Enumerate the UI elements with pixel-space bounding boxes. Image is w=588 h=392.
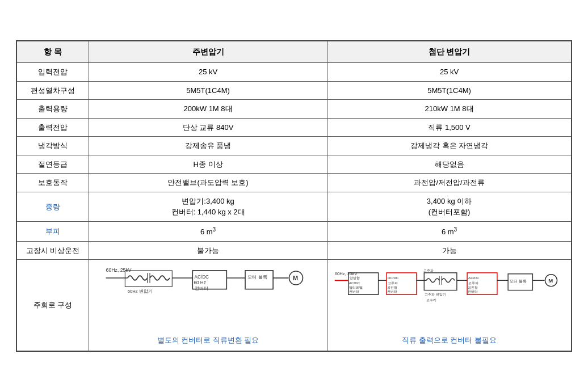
new-circuit-diagram: 60Hz, 25kV 양방향 AC/DC 멀티레벨 컨버터 — [332, 264, 566, 332]
table-row: 중량 변압기:3,400 kg 컨버터: 1,440 kg x 2대 3,400… — [17, 192, 572, 221]
item-label: 출력전압 — [17, 118, 89, 137]
table-row: 절연등급 H종 이상 해당없음 — [17, 155, 572, 174]
svg-text:DC/AC: DC/AC — [388, 276, 399, 280]
new-diagram-container: 60Hz, 25kV 양방향 AC/DC 멀티레벨 컨버터 — [332, 264, 566, 346]
svg-text:컨버터: 컨버터 — [349, 290, 359, 294]
svg-text:AC/DC: AC/DC — [195, 275, 209, 280]
main-diagram-caption: 별도의 컨버터로 직류변환 필요 — [157, 335, 259, 346]
svg-text:고수리: 고수리 — [426, 298, 436, 302]
item-label: 편성열차구성 — [17, 81, 89, 100]
svg-text:M: M — [548, 277, 553, 284]
main-diagram-container: 60Hz, 25kV — [94, 264, 322, 346]
svg-text:컨버터: 컨버터 — [195, 286, 208, 291]
comparison-table: 항 목 주변압기 첨단 변압기 입력전압 25 kV 25 kV 편성열차구성 … — [16, 40, 572, 351]
svg-text:고주파: 고주파 — [423, 269, 434, 272]
item-label: 고장시 비상운전 — [17, 241, 89, 260]
diagram-item-label: 주회로 구성 — [17, 260, 89, 351]
new-value: 가능 — [327, 241, 572, 260]
main-value: 불가능 — [89, 241, 327, 260]
table-row: 입력전압 25 kV 25 kV — [17, 63, 572, 82]
svg-rect-33 — [424, 273, 457, 290]
svg-text:공진형: 공진형 — [468, 285, 478, 289]
main-diagram-cell: 60Hz, 25kV — [89, 260, 327, 351]
svg-text:고주파: 고주파 — [468, 281, 478, 285]
table-row: 고장시 비상운전 불가능 가능 — [17, 241, 572, 260]
new-value: 과전압/저전압/과전류 — [327, 174, 572, 192]
new-value-volume: 6 m3 — [327, 221, 572, 241]
table-row: 보호동작 안전밸브(과도압력 보호) 과전압/저전압/과전류 — [17, 174, 572, 192]
new-diagram-caption: 직류 출력으로 컨버터 불필요 — [402, 335, 497, 346]
svg-text:모터 블록: 모터 블록 — [510, 279, 527, 284]
svg-text:60 Hz: 60 Hz — [194, 280, 205, 285]
item-label-volume: 부피 — [17, 221, 89, 241]
main-value: 200kW 1M 8대 — [89, 100, 327, 119]
svg-text:60Hz 변압기: 60Hz 변압기 — [128, 289, 153, 294]
main-value: 안전밸브(과도압력 보호) — [89, 174, 327, 192]
new-diagram-cell: 60Hz, 25kV 양방향 AC/DC 멀티레벨 컨버터 — [327, 260, 572, 351]
main-value-volume: 6 m3 — [89, 221, 327, 241]
item-label: 보호동작 — [17, 174, 89, 192]
new-value: 강제냉각 혹은 자연냉각 — [327, 137, 572, 155]
svg-text:양방향: 양방향 — [350, 276, 360, 280]
svg-text:공진형: 공진형 — [387, 285, 397, 289]
svg-text:60Hz, 25kV: 60Hz, 25kV — [335, 271, 358, 276]
item-label: 절연등급 — [17, 155, 89, 174]
main-value: 25 kV — [89, 63, 327, 82]
svg-text:AC/DC: AC/DC — [349, 281, 360, 285]
header-new: 첨단 변압기 — [327, 41, 572, 63]
new-value: 5M5T(1C4M) — [327, 81, 572, 100]
table-row: 출력전압 단상 교류 840V 직류 1,500 V — [17, 118, 572, 137]
main-value: 5M5T(1C4M) — [89, 81, 327, 100]
svg-text:고주파: 고주파 — [388, 281, 398, 285]
table-row: 편성열차구성 5M5T(1C4M) 5M5T(1C4M) — [17, 81, 572, 100]
new-value-weight: 3,400 kg 이하 (컨버터포함) — [327, 192, 572, 221]
svg-text:컨버터: 컨버터 — [387, 290, 397, 294]
main-circuit-diagram: 60Hz, 25kV — [94, 264, 322, 332]
main-value-weight: 변압기:3,400 kg 컨버터: 1,440 kg x 2대 — [89, 192, 327, 221]
item-label: 출력용량 — [17, 100, 89, 119]
item-label-weight: 중량 — [17, 192, 89, 221]
diagram-row: 주회로 구성 60Hz, 25kV — [17, 260, 572, 351]
svg-text:멀티레벨: 멀티레벨 — [349, 286, 363, 289]
item-label: 냉각방식 — [17, 137, 89, 155]
main-value: H종 이상 — [89, 155, 327, 174]
svg-text:60Hz, 25kV: 60Hz, 25kV — [106, 267, 132, 273]
table-header-row: 항 목 주변압기 첨단 변압기 — [17, 41, 572, 63]
new-value: 25 kV — [327, 63, 572, 82]
new-value: 해당없음 — [327, 155, 572, 174]
new-value: 직류 1,500 V — [327, 118, 572, 137]
item-label: 입력전압 — [17, 63, 89, 82]
table-row: 출력용량 200kW 1M 8대 210kW 1M 8대 — [17, 100, 572, 119]
svg-text:AC/DC: AC/DC — [468, 276, 480, 280]
table-row: 부피 6 m3 6 m3 — [17, 221, 572, 241]
svg-text:모터 블록: 모터 블록 — [247, 275, 267, 280]
svg-rect-12 — [245, 271, 273, 289]
svg-text:M: M — [293, 275, 298, 282]
header-item: 항 목 — [17, 41, 89, 63]
main-value: 강제송유 풍냉 — [89, 137, 327, 155]
header-main: 주변압기 — [89, 41, 327, 63]
new-value: 210kW 1M 8대 — [327, 100, 572, 119]
svg-text:컨버터: 컨버터 — [468, 290, 478, 294]
main-value: 단상 교류 840V — [89, 118, 327, 137]
table-row: 냉각방식 강제송유 풍냉 강제냉각 혹은 자연냉각 — [17, 137, 572, 155]
svg-text:고주파 변압기: 고주파 변압기 — [425, 293, 446, 296]
